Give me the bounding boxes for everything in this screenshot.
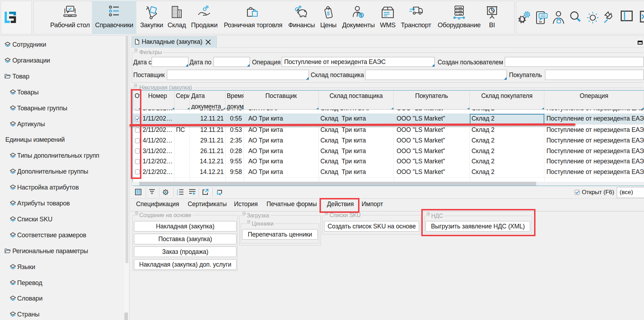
svg-text:$: $ xyxy=(327,10,330,16)
svg-text:3: 3 xyxy=(177,193,178,195)
